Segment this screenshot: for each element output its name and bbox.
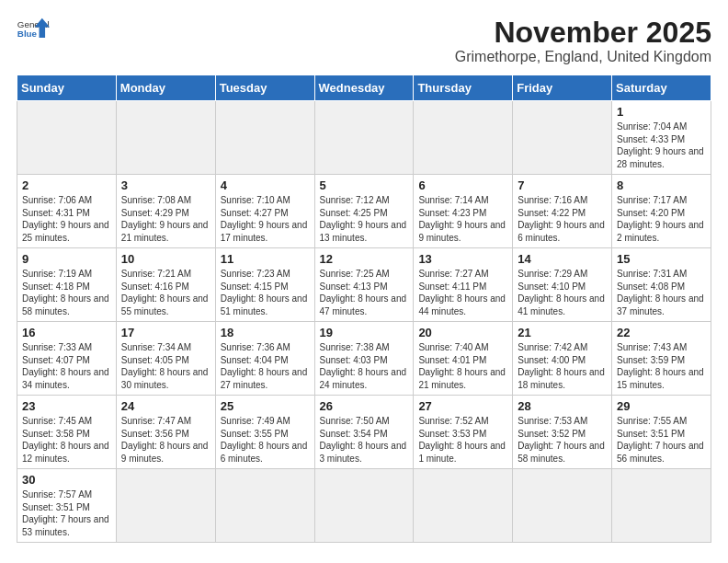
day-info: Sunrise: 7:40 AM Sunset: 4:01 PM Dayligh… — [418, 341, 507, 391]
day-info: Sunrise: 7:12 AM Sunset: 4:25 PM Dayligh… — [320, 194, 409, 244]
calendar-cell — [17, 101, 117, 175]
day-number: 23 — [22, 399, 111, 413]
col-monday: Monday — [116, 75, 215, 101]
day-number: 22 — [617, 326, 706, 339]
page: General Blue November 2025 Grimethorpe, … — [0, 0, 728, 552]
calendar-cell: 10Sunrise: 7:21 AM Sunset: 4:16 PM Dayli… — [116, 248, 215, 322]
calendar-cell: 22Sunrise: 7:43 AM Sunset: 3:59 PM Dayli… — [612, 322, 711, 396]
day-info: Sunrise: 7:10 AM Sunset: 4:27 PM Dayligh… — [221, 194, 310, 244]
calendar-cell — [314, 469, 414, 543]
col-saturday: Saturday — [612, 75, 711, 101]
calendar-cell: 25Sunrise: 7:49 AM Sunset: 3:55 PM Dayli… — [215, 396, 314, 469]
calendar-cell — [116, 101, 215, 175]
day-info: Sunrise: 7:25 AM Sunset: 4:13 PM Dayligh… — [320, 268, 409, 317]
day-info: Sunrise: 7:14 AM Sunset: 4:23 PM Dayligh… — [418, 194, 507, 244]
calendar-cell — [215, 469, 314, 543]
title-block: November 2025 Grimethorpe, England, Unit… — [455, 17, 711, 65]
calendar-week-row: 2Sunrise: 7:06 AM Sunset: 4:31 PM Daylig… — [17, 175, 711, 248]
calendar-cell — [513, 101, 612, 175]
calendar-subtitle: Grimethorpe, England, United Kingdom — [455, 49, 711, 65]
col-thursday: Thursday — [414, 75, 513, 101]
col-wednesday: Wednesday — [314, 75, 414, 101]
calendar-title: November 2025 — [455, 17, 711, 49]
svg-text:Blue: Blue — [17, 29, 38, 39]
day-number: 17 — [121, 326, 210, 339]
day-number: 15 — [617, 252, 706, 266]
day-number: 20 — [418, 326, 507, 339]
calendar-week-row: 30Sunrise: 7:57 AM Sunset: 3:51 PM Dayli… — [17, 469, 711, 543]
day-info: Sunrise: 7:55 AM Sunset: 3:51 PM Dayligh… — [617, 415, 706, 465]
day-number: 12 — [320, 252, 409, 266]
calendar-cell: 21Sunrise: 7:42 AM Sunset: 4:00 PM Dayli… — [513, 322, 612, 396]
calendar-cell: 6Sunrise: 7:14 AM Sunset: 4:23 PM Daylig… — [414, 175, 513, 248]
header: General Blue November 2025 Grimethorpe, … — [17, 17, 711, 65]
day-number: 25 — [221, 399, 310, 413]
day-number: 13 — [418, 252, 507, 266]
calendar-header-row: Sunday Monday Tuesday Wednesday Thursday… — [17, 75, 711, 101]
calendar-week-row: 9Sunrise: 7:19 AM Sunset: 4:18 PM Daylig… — [17, 248, 711, 322]
col-friday: Friday — [513, 75, 612, 101]
day-info: Sunrise: 7:04 AM Sunset: 4:33 PM Dayligh… — [617, 121, 706, 170]
calendar-cell: 7Sunrise: 7:16 AM Sunset: 4:22 PM Daylig… — [513, 175, 612, 248]
day-number: 4 — [221, 178, 310, 192]
day-number: 11 — [221, 252, 310, 266]
col-sunday: Sunday — [17, 75, 117, 101]
calendar-cell: 15Sunrise: 7:31 AM Sunset: 4:08 PM Dayli… — [612, 248, 711, 322]
day-info: Sunrise: 7:33 AM Sunset: 4:07 PM Dayligh… — [22, 341, 111, 391]
calendar-cell: 3Sunrise: 7:08 AM Sunset: 4:29 PM Daylig… — [116, 175, 215, 248]
day-number: 1 — [617, 105, 706, 119]
day-info: Sunrise: 7:42 AM Sunset: 4:00 PM Dayligh… — [518, 341, 607, 391]
day-number: 27 — [418, 399, 507, 413]
calendar-cell: 13Sunrise: 7:27 AM Sunset: 4:11 PM Dayli… — [414, 248, 513, 322]
calendar-cell — [414, 469, 513, 543]
day-info: Sunrise: 7:50 AM Sunset: 3:54 PM Dayligh… — [320, 415, 409, 465]
day-info: Sunrise: 7:19 AM Sunset: 4:18 PM Dayligh… — [22, 268, 111, 317]
day-info: Sunrise: 7:31 AM Sunset: 4:08 PM Dayligh… — [617, 268, 706, 317]
day-number: 3 — [121, 178, 210, 192]
calendar-cell: 14Sunrise: 7:29 AM Sunset: 4:10 PM Dayli… — [513, 248, 612, 322]
calendar-week-row: 23Sunrise: 7:45 AM Sunset: 3:58 PM Dayli… — [17, 396, 711, 469]
calendar-cell: 27Sunrise: 7:52 AM Sunset: 3:53 PM Dayli… — [414, 396, 513, 469]
day-number: 26 — [320, 399, 409, 413]
calendar-cell — [513, 469, 612, 543]
calendar-cell: 12Sunrise: 7:25 AM Sunset: 4:13 PM Dayli… — [314, 248, 414, 322]
day-number: 19 — [320, 326, 409, 339]
day-number: 2 — [22, 178, 111, 192]
day-number: 16 — [22, 326, 111, 339]
day-info: Sunrise: 7:06 AM Sunset: 4:31 PM Dayligh… — [22, 194, 111, 244]
calendar-cell: 26Sunrise: 7:50 AM Sunset: 3:54 PM Dayli… — [314, 396, 414, 469]
calendar-cell: 29Sunrise: 7:55 AM Sunset: 3:51 PM Dayli… — [612, 396, 711, 469]
calendar-cell: 30Sunrise: 7:57 AM Sunset: 3:51 PM Dayli… — [17, 469, 117, 543]
calendar-cell: 9Sunrise: 7:19 AM Sunset: 4:18 PM Daylig… — [17, 248, 117, 322]
calendar-cell: 2Sunrise: 7:06 AM Sunset: 4:31 PM Daylig… — [17, 175, 117, 248]
calendar-cell: 5Sunrise: 7:12 AM Sunset: 4:25 PM Daylig… — [314, 175, 414, 248]
day-info: Sunrise: 7:21 AM Sunset: 4:16 PM Dayligh… — [121, 268, 210, 317]
calendar-cell: 17Sunrise: 7:34 AM Sunset: 4:05 PM Dayli… — [116, 322, 215, 396]
day-number: 7 — [518, 178, 607, 192]
calendar-cell: 4Sunrise: 7:10 AM Sunset: 4:27 PM Daylig… — [215, 175, 314, 248]
day-info: Sunrise: 7:38 AM Sunset: 4:03 PM Dayligh… — [320, 341, 409, 391]
day-number: 10 — [121, 252, 210, 266]
calendar-cell: 8Sunrise: 7:17 AM Sunset: 4:20 PM Daylig… — [612, 175, 711, 248]
calendar-week-row: 16Sunrise: 7:33 AM Sunset: 4:07 PM Dayli… — [17, 322, 711, 396]
day-info: Sunrise: 7:45 AM Sunset: 3:58 PM Dayligh… — [22, 415, 111, 465]
day-info: Sunrise: 7:52 AM Sunset: 3:53 PM Dayligh… — [418, 415, 507, 465]
day-info: Sunrise: 7:08 AM Sunset: 4:29 PM Dayligh… — [121, 194, 210, 244]
day-number: 5 — [320, 178, 409, 192]
calendar-cell — [116, 469, 215, 543]
day-info: Sunrise: 7:27 AM Sunset: 4:11 PM Dayligh… — [418, 268, 507, 317]
calendar-week-row: 1Sunrise: 7:04 AM Sunset: 4:33 PM Daylig… — [17, 101, 711, 175]
day-info: Sunrise: 7:23 AM Sunset: 4:15 PM Dayligh… — [221, 268, 310, 317]
calendar-cell: 16Sunrise: 7:33 AM Sunset: 4:07 PM Dayli… — [17, 322, 117, 396]
day-number: 18 — [221, 326, 310, 339]
day-info: Sunrise: 7:53 AM Sunset: 3:52 PM Dayligh… — [518, 415, 607, 465]
day-info: Sunrise: 7:36 AM Sunset: 4:04 PM Dayligh… — [221, 341, 310, 391]
logo: General Blue — [17, 17, 50, 42]
calendar-cell: 24Sunrise: 7:47 AM Sunset: 3:56 PM Dayli… — [116, 396, 215, 469]
day-number: 21 — [518, 326, 607, 339]
day-info: Sunrise: 7:29 AM Sunset: 4:10 PM Dayligh… — [518, 268, 607, 317]
calendar-cell: 18Sunrise: 7:36 AM Sunset: 4:04 PM Dayli… — [215, 322, 314, 396]
calendar-cell — [314, 101, 414, 175]
general-blue-logo-icon: General Blue — [17, 17, 50, 42]
calendar-cell — [414, 101, 513, 175]
